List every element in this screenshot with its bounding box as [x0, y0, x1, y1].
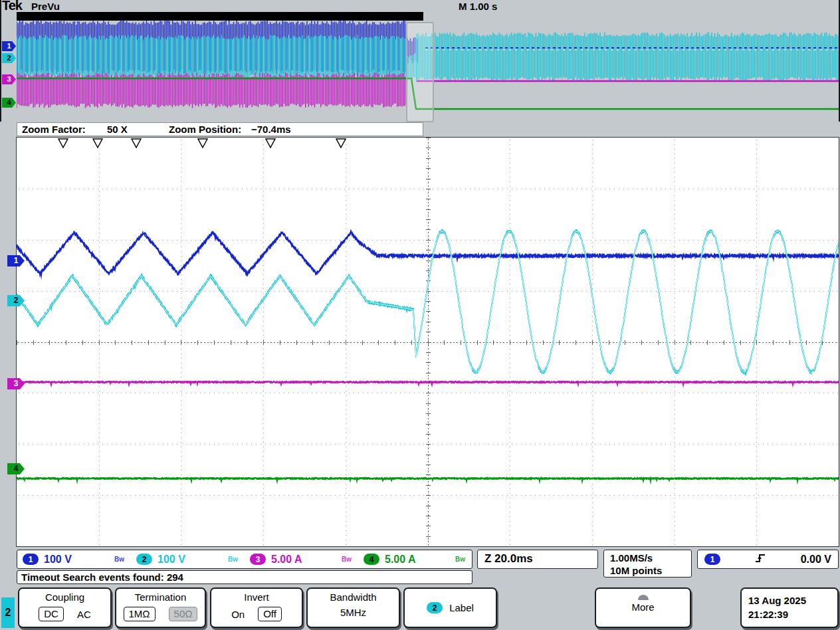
more-knob-icon	[638, 595, 649, 600]
ch2-scale: 100 V	[158, 554, 185, 566]
invert-option-off: Off	[258, 607, 282, 621]
ch4-badge: 4	[364, 554, 379, 565]
ch4-marker-number: 4	[14, 464, 19, 473]
label-button[interactable]: 2 Label	[403, 587, 497, 628]
label-button-text: Label	[449, 602, 474, 613]
invert-title: Invert	[211, 591, 302, 603]
search-results-bar: Timeout Search events found: 294	[17, 570, 472, 584]
overview-ch2-number: 2	[7, 54, 11, 62]
termination-title: Termination	[116, 591, 205, 603]
ch1-badge: 1	[23, 554, 39, 565]
sample-rate: 1.00MS/s	[610, 552, 691, 564]
screen-edge-left	[0, 0, 1, 122]
ch2-bandwidth-limit-indicator: Bw	[228, 556, 238, 563]
overview-ch1-number: 1	[7, 42, 11, 50]
ch3-bandwidth-limit-indicator: Bw	[342, 556, 352, 563]
record-view-bar	[17, 12, 423, 21]
ch4-bandwidth-limit-indicator: Bw	[455, 556, 465, 563]
rising-edge-icon	[755, 553, 766, 566]
more-button[interactable]: More	[595, 587, 691, 628]
time-display: 21:22:39	[748, 607, 837, 621]
active-menu-channel-badge: 2	[1, 597, 15, 628]
ch1-scale: 100 V	[44, 554, 72, 566]
zoom-graticule	[16, 137, 839, 547]
ch4-readout[interactable]: 4 5.00 A Bw	[358, 550, 472, 568]
channel-readout-bar: 1 100 V Bw 2 100 V Bw 3 5.00 A Bw 4 5.00…	[17, 550, 472, 569]
coupling-title: Coupling	[19, 591, 110, 603]
zoom-scale-readout: Z 20.0ms	[477, 550, 598, 569]
zoom-info-bar: Zoom Factor: 50 X Zoom Position: −70.4ms	[17, 122, 423, 136]
ch3-scale: 5.00 A	[271, 554, 302, 566]
termination-option-1mohm: 1MΩ	[124, 607, 156, 621]
ch3-marker-number: 3	[14, 379, 19, 388]
overview-ch4-number: 4	[7, 98, 11, 106]
overview-ch3-number: 3	[7, 75, 11, 83]
ch2-readout[interactable]: 2 100 V Bw	[131, 550, 245, 568]
timebase-readout: M 1.00 s	[459, 1, 497, 12]
trigger-source-badge: 1	[704, 554, 720, 565]
coupling-option-dc: DC	[39, 607, 64, 621]
zoom-position-value: −70.4ms	[251, 124, 291, 135]
coupling-option-ac: AC	[77, 609, 91, 620]
record-length: 10M points	[610, 564, 691, 577]
oscilloscope-screen: Tek PreVu M 1.00 s 1 2 3 4 Zoom Factor: …	[0, 0, 840, 630]
zoom-window-indicator[interactable]	[406, 22, 434, 122]
waveform-display	[17, 138, 839, 546]
zoom-factor-value: 50 X	[107, 124, 128, 135]
ch3-readout[interactable]: 3 5.00 A Bw	[245, 550, 358, 568]
overview-ch1-marker: 1	[2, 41, 16, 51]
overview-ch4-marker: 4	[2, 98, 16, 108]
coupling-button[interactable]: Coupling DC AC	[18, 587, 112, 628]
invert-button[interactable]: Invert On Off	[210, 587, 303, 628]
date-display: 13 Aug 2025	[748, 593, 837, 607]
label-channel-badge: 2	[427, 602, 443, 613]
ch2-marker-number: 2	[14, 296, 19, 305]
tek-logo: Tek	[2, 0, 22, 13]
bandwidth-button[interactable]: Bandwidth 5MHz	[306, 587, 400, 628]
termination-button[interactable]: Termination 1MΩ 50Ω	[115, 587, 206, 628]
ch4-scale: 5.00 A	[385, 554, 416, 566]
more-button-text: More	[596, 601, 690, 613]
overview-ch3-marker: 3	[2, 74, 16, 84]
trigger-level: 0.00 V	[801, 554, 831, 566]
ch1-readout[interactable]: 1 100 V Bw	[17, 550, 131, 568]
zoom-factor-label: Zoom Factor:	[22, 124, 86, 135]
ch2-badge: 2	[136, 554, 152, 565]
termination-option-50ohm: 50Ω	[169, 607, 198, 621]
zoom-position-label: Zoom Position:	[169, 124, 241, 135]
ch1-marker-number: 1	[14, 256, 19, 265]
ch1-bandwidth-limit-indicator: Bw	[114, 556, 124, 563]
overview-ch2-marker: 2	[2, 53, 16, 63]
bandwidth-title: Bandwidth	[308, 591, 399, 603]
trigger-readout: 1 0.00 V	[697, 550, 839, 569]
acquisition-readout: 1.00MS/s 10M points	[603, 550, 692, 578]
acquisition-status: PreVu	[31, 1, 60, 12]
ch3-badge: 3	[250, 554, 266, 565]
invert-option-on: On	[231, 609, 245, 620]
datetime-box: 13 Aug 2025 21:22:39	[740, 587, 839, 628]
bandwidth-value: 5MHz	[340, 607, 366, 618]
